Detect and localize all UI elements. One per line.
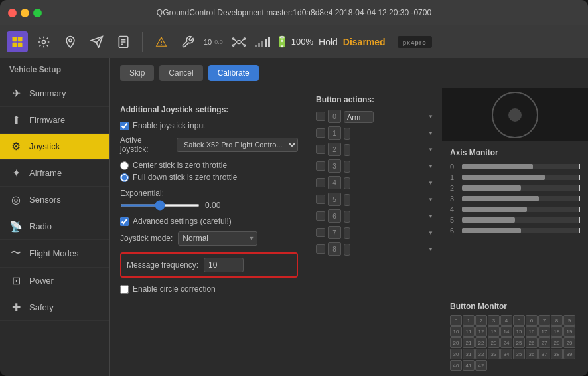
axis-bar-fill-4 (462, 207, 527, 212)
axis-bar-fill-1 (462, 175, 545, 180)
traffic-lights (8, 9, 42, 17)
ba-select-wrapper-4 (344, 177, 435, 189)
ba-select-3[interactable] (344, 161, 350, 173)
ba-select-2[interactable] (344, 144, 350, 156)
btn-cell-38: 38 (551, 349, 563, 359)
ba-select-7[interactable] (344, 227, 350, 239)
maximize-button[interactable] (33, 9, 42, 17)
sidebar-item-firmware[interactable]: ⬆ Firmware (0, 107, 109, 134)
axis-marker-1 (579, 175, 580, 180)
enable-joystick-checkbox[interactable] (120, 122, 129, 130)
sidebar-item-power[interactable]: ⊡ Power (0, 268, 109, 294)
battery-percent: 100% (291, 37, 313, 47)
btn-cell-40: 40 (450, 360, 462, 371)
calibrate-button[interactable]: Calibrate (208, 65, 259, 81)
alert-icon[interactable] (151, 31, 172, 52)
ba-row-1: 1 (316, 126, 435, 140)
cancel-button[interactable]: Cancel (159, 65, 202, 81)
tools-icon[interactable] (177, 31, 198, 52)
btn-cell-6: 6 (526, 315, 538, 326)
center-stick-radio[interactable] (120, 161, 129, 170)
exponential-slider[interactable] (120, 204, 200, 207)
active-joystick-select[interactable]: Saitek X52 Pro Flight Contro... (177, 138, 298, 152)
send-icon[interactable] (86, 31, 108, 52)
btn-cell-20: 20 (450, 337, 462, 348)
sidebar-item-safety[interactable]: ✚ Safety (0, 294, 109, 321)
svg-rect-3 (18, 42, 23, 47)
settings-icon[interactable] (33, 31, 54, 52)
btn-cell-13: 13 (488, 326, 500, 337)
ba-select-8[interactable] (344, 244, 350, 256)
button-monitor: Button Monitor 0 1 2 3 4 5 6 7 8 9 (442, 296, 588, 376)
ba-checkbox-5[interactable] (316, 195, 325, 204)
ba-select-6[interactable] (344, 211, 350, 223)
vehicle-setup-header: Vehicle Setup (0, 58, 109, 80)
ba-checkbox-4[interactable] (316, 178, 325, 187)
center-stick-label: Center stick is zero throttle (133, 161, 227, 170)
minimize-button[interactable] (21, 9, 29, 17)
btn-cell-24: 24 (500, 337, 512, 348)
ba-select-0[interactable]: Arm Disarm (344, 111, 374, 123)
freq-input[interactable] (204, 258, 244, 272)
ba-checkbox-1[interactable] (316, 128, 325, 138)
joystick-mode-select[interactable]: Normal Attitude (178, 231, 257, 246)
sidebar-item-summary[interactable]: ✈ Summary (0, 80, 109, 107)
button-actions-title: Button actions: (316, 95, 435, 104)
sidebar-item-airframe[interactable]: ✦ Airframe (0, 160, 109, 187)
axis-bar-bg-3 (462, 196, 580, 201)
signal-bars (255, 37, 270, 47)
exponential-label: Exponential: (120, 189, 298, 198)
sensors-icon: ◎ (9, 193, 23, 206)
sidebar-label-radio: Radio (29, 221, 52, 231)
advanced-settings-checkbox[interactable] (120, 217, 129, 226)
full-down-radio[interactable] (120, 173, 129, 182)
btn-cell-9: 9 (563, 315, 575, 326)
ba-select-wrapper-5 (344, 193, 435, 206)
btn-cell-29: 29 (563, 337, 575, 348)
ba-select-wrapper-0: Arm Disarm (344, 110, 435, 123)
ba-checkbox-3[interactable] (316, 161, 325, 171)
ba-row-7: 7 (316, 226, 435, 239)
drone-icon[interactable] (228, 31, 250, 52)
btn-cell-22: 22 (475, 337, 487, 348)
ba-checkbox-0[interactable] (316, 112, 325, 121)
ba-checkbox-8[interactable] (316, 244, 325, 254)
btn-cell-7: 7 (538, 315, 550, 326)
axis-marker-6 (579, 228, 580, 233)
calibration-bar: Skip Cancel Calibrate (110, 58, 588, 88)
sidebar-item-flight-modes[interactable]: 〜 Flight Modes (0, 240, 109, 268)
ba-row-4: 4 (316, 176, 435, 189)
flight-mode-label: Hold (319, 37, 338, 47)
sidebar-item-radio[interactable]: 📡 Radio (0, 213, 109, 240)
sidebar-item-joystick[interactable]: ⚙ Joystick (0, 134, 109, 160)
axis-bar-bg-2 (462, 185, 580, 191)
map-icon[interactable] (60, 31, 81, 52)
exponential-slider-container: 0.00 (120, 201, 298, 210)
ba-num-0: 0 (328, 110, 341, 123)
sidebar-item-sensors[interactable]: ◎ Sensors (0, 187, 109, 213)
power-icon: ⊡ (9, 274, 23, 287)
svg-point-18 (244, 44, 246, 46)
ba-checkbox-6[interactable] (316, 211, 325, 221)
firmware-icon: ⬆ (9, 114, 23, 126)
btn-cell-5: 5 (513, 315, 525, 326)
joystick-dot (508, 108, 522, 122)
axis-row-4: 4 (450, 205, 580, 213)
axis-marker-2 (579, 185, 580, 191)
skip-button[interactable]: Skip (120, 65, 154, 81)
signal-counter: 10 0.0 (204, 38, 223, 46)
px4-logo: px4pro (398, 36, 432, 48)
close-button[interactable] (8, 9, 17, 17)
ba-select-1[interactable] (344, 128, 350, 140)
ba-select-4[interactable] (344, 177, 350, 189)
ba-checkbox-2[interactable] (316, 145, 325, 154)
sidebar-label-airframe: Airframe (29, 168, 62, 178)
ba-num-3: 3 (328, 159, 341, 173)
circle-correction-checkbox[interactable] (120, 285, 129, 294)
ba-select-5[interactable] (344, 194, 350, 206)
app-logo-button[interactable] (7, 31, 28, 52)
advanced-settings-row: Advanced settings (careful!) (120, 217, 298, 226)
btn-cell-42: 42 (475, 360, 487, 371)
ba-checkbox-7[interactable] (316, 228, 325, 237)
document-icon[interactable] (113, 31, 134, 52)
